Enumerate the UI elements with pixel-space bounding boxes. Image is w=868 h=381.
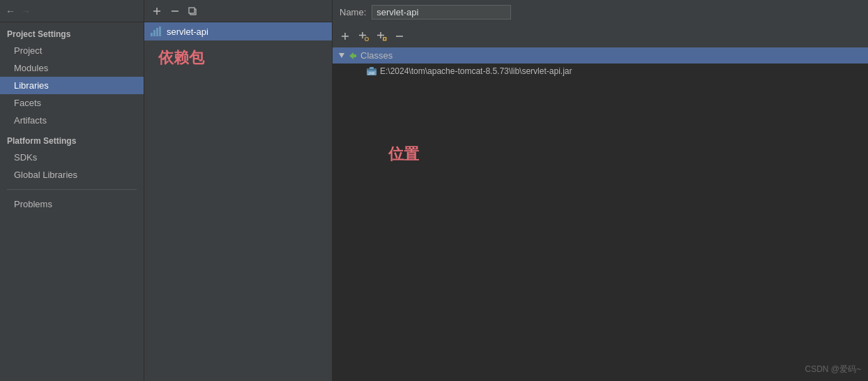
svg-rect-4	[189, 8, 195, 13]
svg-text:JAR: JAR	[368, 71, 375, 75]
name-input[interactable]	[372, 5, 511, 20]
sidebar-item-facets[interactable]: Facets	[0, 94, 144, 112]
sidebar-item-modules[interactable]: Modules	[0, 59, 144, 77]
jar-path: E:\2024\tom\apache-tomcat-8.5.73\lib\ser…	[380, 66, 572, 76]
copy-icon	[188, 6, 198, 16]
sidebar-item-libraries[interactable]: Libraries	[0, 77, 144, 94]
remove-minus-icon	[395, 31, 404, 41]
remove-library-button[interactable]	[168, 4, 182, 18]
add-file-button[interactable]	[374, 29, 388, 43]
expand-triangle-icon	[338, 52, 345, 59]
svg-marker-24	[339, 53, 344, 58]
project-settings-label: Project Settings	[0, 22, 144, 42]
sidebar-divider	[7, 189, 137, 190]
svg-rect-28	[370, 67, 374, 69]
svg-rect-6	[153, 30, 155, 36]
svg-point-13	[365, 37, 369, 40]
right-toolbar	[333, 25, 868, 47]
middle-toolbar	[144, 0, 332, 22]
add-gear-icon	[358, 31, 369, 41]
classes-arrow-icon	[348, 51, 358, 61]
name-label: Name:	[340, 7, 366, 17]
add-plus-icon	[340, 31, 350, 41]
add-class-button[interactable]	[338, 29, 352, 43]
add-library-button[interactable]	[150, 4, 164, 18]
svg-rect-8	[159, 27, 161, 36]
middle-panel: servlet-api 依赖包	[144, 0, 333, 381]
remove-entry-button[interactable]	[393, 29, 406, 43]
sidebar-item-artifacts[interactable]: Artifacts	[0, 112, 144, 129]
classes-label: Classes	[360, 50, 393, 61]
annotation-dependency: 依赖包	[144, 40, 332, 75]
minus-icon	[170, 6, 180, 16]
platform-settings-label: Platform Settings	[0, 129, 144, 149]
library-list-item[interactable]: servlet-api	[144, 22, 332, 40]
plus-icon	[152, 6, 162, 16]
right-panel: Name:	[333, 0, 868, 381]
back-arrow[interactable]: ←	[6, 6, 15, 17]
copy-library-button[interactable]	[186, 4, 200, 18]
add-config-button[interactable]	[356, 29, 370, 43]
classes-tree-row[interactable]: Classes	[333, 47, 868, 64]
jar-tree-row[interactable]: JAR E:\2024\tom\apache-tomcat-8.5.73\lib…	[333, 64, 868, 79]
library-name: servlet-api	[167, 27, 208, 37]
watermark: CSDN @爱码~	[805, 364, 861, 375]
forward-arrow[interactable]: →	[21, 6, 31, 17]
tree-area: Classes JAR E:\2024\tom\apache-tomcat-8.…	[333, 47, 868, 381]
svg-rect-7	[156, 28, 158, 36]
svg-rect-5	[151, 33, 153, 36]
library-icon	[150, 26, 162, 37]
jar-icon: JAR	[366, 66, 377, 76]
nav-back-row: ← →	[0, 0, 144, 22]
sidebar-item-sdks[interactable]: SDKs	[0, 149, 144, 166]
sidebar-item-global-libraries[interactable]: Global Libraries	[0, 166, 144, 184]
sidebar: ← → Project Settings Project Modules Lib…	[0, 0, 144, 381]
name-bar: Name:	[333, 0, 868, 25]
sidebar-item-project[interactable]: Project	[0, 42, 144, 59]
svg-marker-25	[349, 52, 356, 59]
sidebar-item-problems[interactable]: Problems	[0, 195, 144, 213]
add-file-icon	[376, 31, 387, 41]
